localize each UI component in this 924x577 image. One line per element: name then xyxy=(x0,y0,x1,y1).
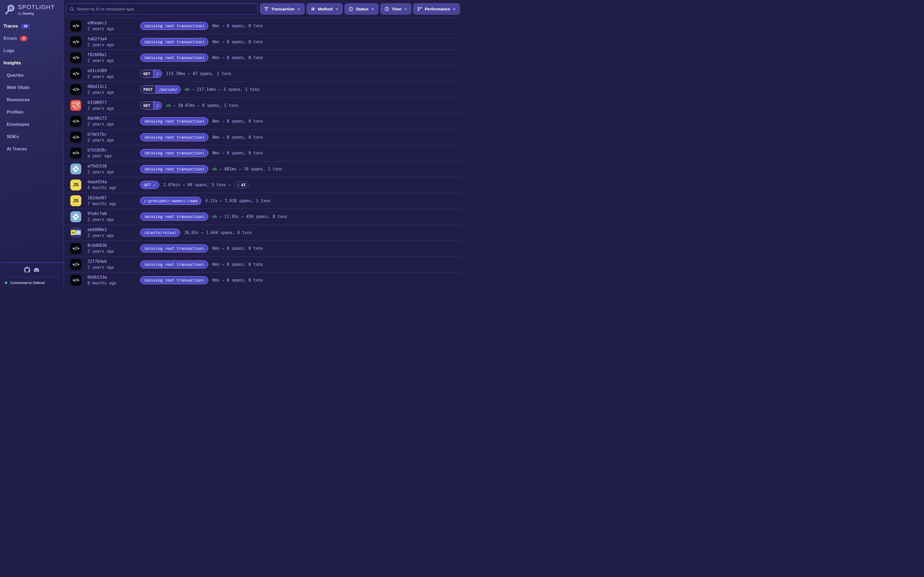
trace-row[interactable]: </> 00bd13c1 2 years ago POST /person/ o… xyxy=(64,82,462,97)
search-icon xyxy=(69,7,74,11)
trace-stats: 0ms — 0 spans, 0 txns xyxy=(212,246,263,251)
trace-id-block: 66db533a 8 months ago xyxy=(87,275,140,285)
trace-id: 22f704e6 xyxy=(87,259,140,264)
sidebar-item-resources[interactable]: Resources xyxy=(7,97,64,103)
trace-id: e96eabc3 xyxy=(87,21,140,25)
search-box xyxy=(66,3,258,15)
transaction-badge: (missing root transaction) xyxy=(140,276,208,284)
python-icon xyxy=(72,165,79,172)
trace-id: f82608a1 xyxy=(87,52,140,57)
trace-id: 102da487 xyxy=(87,195,140,200)
trace-row[interactable]: </> f82608a1 2 years ago (missing root t… xyxy=(64,50,462,66)
transaction-badge: (missing root transaction) xyxy=(140,117,208,125)
trace-age: 2 years ago xyxy=(87,90,140,95)
transaction-badge: (missing root transaction) xyxy=(140,22,208,30)
filter-label: Status xyxy=(356,7,368,11)
trace-row[interactable]: </> e96eabc3 2 years ago (missing root t… xyxy=(64,18,462,34)
filter-button-transaction[interactable]: Transaction xyxy=(260,3,305,15)
funnel-icon xyxy=(264,6,269,11)
trace-row[interactable]: JS 4aad454a 4 months ago GET /2.07min — … xyxy=(64,177,462,193)
http-method: GET xyxy=(141,102,153,109)
trace-id: 9fe6cfa6 xyxy=(87,211,140,216)
trace-row[interactable]: af9d5538 2 years ago (missing root trans… xyxy=(64,161,462,177)
sidebar-item-errors[interactable]: Errors4 xyxy=(3,36,64,41)
trace-stats: 0ms — 0 spans, 0 txns xyxy=(212,278,263,283)
trace-age: 2 years ago xyxy=(87,217,140,222)
trace-age: a year ago xyxy=(87,153,140,158)
method-path-badge: GET / xyxy=(140,102,162,110)
trace-id: b7de5fbc xyxy=(87,132,140,137)
code-icon: </> xyxy=(70,84,81,95)
sidebar-item-logs[interactable]: Logs xyxy=(3,48,64,53)
chevron-down-icon xyxy=(452,7,456,11)
chevron-down-icon xyxy=(335,7,339,11)
trace-stats: ok— 881ms — 76 spans, 1 txns xyxy=(212,167,282,171)
code-icon: </> xyxy=(70,68,81,79)
trace-row[interactable]: 9fe6cfa6 2 years ago (missing root trans… xyxy=(64,209,462,225)
trace-stats: 0ms — 0 spans, 0 txns xyxy=(212,24,263,28)
sidebar-item-label: Web Vitals xyxy=(7,85,29,90)
trace-age: 2 years ago xyxy=(87,42,140,47)
transaction-badge: (missing root transaction) xyxy=(140,133,208,141)
sidebar-item-ai-traces[interactable]: AI Traces xyxy=(7,147,64,152)
trace-row[interactable]: </> b7b18d8c a year ago (missing root tr… xyxy=(64,145,462,161)
sidebar-item-sdks[interactable]: SDKs xyxy=(7,134,64,139)
chevron-down-icon xyxy=(404,7,407,11)
count-badge: 18 xyxy=(21,24,30,29)
sidebar-item-envelopes[interactable]: Envelopes xyxy=(7,122,64,127)
trace-row[interactable]: </> 66db533a 8 months ago (missing root … xyxy=(64,272,462,288)
filter-button-performance[interactable]: Performance xyxy=(414,3,460,15)
trace-stats: 0ms — 0 spans, 0 txns xyxy=(212,262,263,267)
sidebar-item-traces[interactable]: Traces18 xyxy=(3,24,64,29)
trace-age: 2 years ago xyxy=(87,265,140,270)
trace-id-block: b7b18d8c a year ago xyxy=(87,148,140,158)
branch-icon xyxy=(417,6,422,11)
trace-id-block: ed1cd309 2 years ago xyxy=(87,68,140,79)
trace-id: 00bd13c1 xyxy=(87,84,140,89)
trace-id-block: 102da487 7 months ago xyxy=(87,195,140,206)
trace-id-block: 22f704e6 2 years ago xyxy=(87,259,140,270)
trace-id-block: 00bd13c1 2 years ago xyxy=(87,84,140,95)
trace-stats: 4.12s — 7,938 spans, 1 txns xyxy=(205,198,271,203)
filter-button-time[interactable]: Time xyxy=(380,3,411,15)
trace-row[interactable]: </> ed1cd309 2 years ago GET / 173.70ms … xyxy=(64,66,462,82)
trace-id: fa62f3a4 xyxy=(87,37,140,41)
trace-row[interactable]: </> b7de5fbc 2 years ago (missing root t… xyxy=(64,129,462,145)
trace-row[interactable]: </> 8de90173 2 years ago (missing root t… xyxy=(64,113,462,129)
filter-button-method[interactable]: Method xyxy=(307,3,342,15)
trace-id: af9d5538 xyxy=(87,164,140,169)
code-icon: </> xyxy=(70,36,81,47)
trace-row[interactable]: </> 8cdd0836 2 years ago (missing root t… xyxy=(64,240,462,256)
trace-row[interactable]: </> 22f704e6 2 years ago (missing root t… xyxy=(64,256,462,272)
search-input[interactable] xyxy=(77,7,255,11)
sparkles-icon: ✦ xyxy=(237,183,239,187)
trace-row[interactable]: 63300977 2 years ago GET / ok— 50.07ms —… xyxy=(64,97,462,114)
trace-row[interactable]: JS 102da487 7 months ago /:provider/:own… xyxy=(64,193,462,209)
sidebar-item-insights[interactable]: Insights xyxy=(3,60,64,66)
logo-subtitle: by Sentry xyxy=(18,11,55,16)
status-ok: ok xyxy=(212,214,217,219)
span-counts: 4.12s — 7,938 spans, 1 txns xyxy=(205,198,271,203)
sidebar-item-web-vitals[interactable]: Web Vitals xyxy=(7,85,64,90)
filter-button-status[interactable]: Status xyxy=(345,3,378,15)
status-ok: ok xyxy=(212,167,217,171)
code-icon: </> xyxy=(70,21,81,32)
trace-row[interactable]: JS ebb880e3 2 years ago /alerts/rules/26… xyxy=(64,225,462,241)
trace-id: b7b18d8c xyxy=(87,148,140,153)
code-icon: </> xyxy=(70,259,81,270)
trace-row[interactable]: </> fa62f3a4 2 years ago (missing root t… xyxy=(64,34,462,50)
trace-age: 2 years ago xyxy=(87,106,140,111)
discord-icon[interactable] xyxy=(34,267,40,273)
trace-age: 2 years ago xyxy=(87,58,140,63)
trace-id-block: 4aad454a 4 months ago xyxy=(87,179,140,190)
sidebar-item-profiles[interactable]: Profiles xyxy=(7,110,64,115)
github-icon[interactable] xyxy=(24,267,30,273)
clock-icon xyxy=(384,6,389,11)
trace-age: 4 months ago xyxy=(87,185,140,190)
python-runtime-icon xyxy=(70,211,81,222)
trace-id-block: fa62f3a4 2 years ago xyxy=(87,37,140,47)
sidebar-item-queries[interactable]: Queries xyxy=(7,73,64,78)
transaction-badge: GET / xyxy=(140,181,159,189)
method-path-badge: GET / xyxy=(140,70,162,78)
sidebar-item-label: SDKs xyxy=(7,134,19,139)
